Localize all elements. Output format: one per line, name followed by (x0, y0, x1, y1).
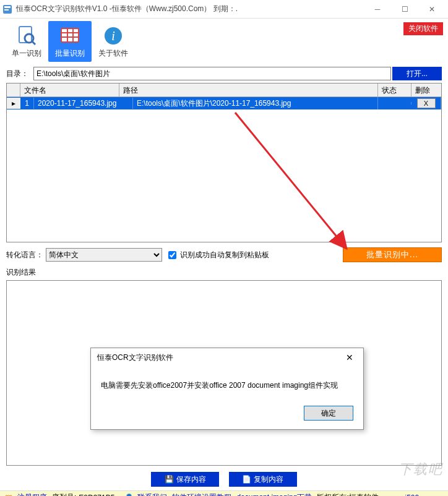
batch-recognize-label: 批量识别 (55, 48, 85, 59)
grid-header-state[interactable]: 状态 (378, 83, 411, 96)
magnifier-doc-icon (15, 25, 38, 47)
save-icon: 💾 (165, 475, 174, 484)
docimaging-download-link[interactable]: document imaging下载 (236, 492, 312, 496)
language-select[interactable]: 简体中文 (46, 248, 162, 262)
row-filename: 2020-11-17_165943.jpg (34, 98, 133, 109)
message-dialog: 恒泰OCR文字识别软件 ✕ 电脑需要先安装office2007并安装office… (90, 348, 364, 430)
grid-header-indicator (7, 83, 20, 96)
auto-copy-checkbox[interactable] (168, 251, 176, 259)
dialog-ok-button[interactable]: 确定 (304, 406, 353, 421)
register-link[interactable]: 注册程序 (17, 492, 47, 496)
svg-text:i: i (111, 29, 115, 43)
svg-rect-1 (4, 6, 11, 8)
directory-label: 目录： (6, 69, 33, 79)
result-label: 识别结果 (6, 267, 442, 278)
maximize-button[interactable]: ☐ (391, 1, 418, 18)
copy-icon: 📄 (242, 475, 251, 484)
status-bar: 🛡 注册程序 序列号: E2D371B5... 👤 联系我们 软件环境设置教程 … (0, 490, 448, 496)
bottom-buttons: 💾保存内容 📄复制内容 (0, 468, 448, 490)
batch-recognize-button[interactable]: 批量识别 (48, 21, 92, 62)
serial-number: E2D371B5... (79, 494, 121, 497)
save-content-button[interactable]: 💾保存内容 (151, 472, 219, 487)
directory-input[interactable] (33, 67, 391, 80)
grid-doc-icon (59, 25, 81, 47)
single-recognize-label: 单一识别 (12, 48, 41, 59)
about-label: 关于软件 (98, 48, 128, 59)
single-recognize-button[interactable]: 单一识别 (5, 21, 48, 62)
close-software-button[interactable]: 关闭软件 (403, 22, 443, 35)
env-tutorial-link[interactable]: 软件环境设置教程 (172, 492, 231, 496)
file-grid: 文件名 路径 状态 删除 ▸ 1 2020-11-17_165943.jpg E… (6, 83, 442, 242)
app-icon (2, 4, 12, 14)
table-row[interactable]: ▸ 1 2020-11-17_165943.jpg E:\tools\桌面\软件… (7, 97, 441, 109)
contact-link[interactable]: 联系我们 (137, 492, 167, 496)
grid-header: 文件名 路径 状态 删除 (7, 83, 441, 97)
toolbar: 单一识别 批量识别 i 关于软件 关闭软件 (0, 19, 448, 64)
website-link[interactable]: www.zj500.com (384, 494, 435, 497)
dialog-footer: 确定 (91, 400, 363, 429)
svg-line-5 (32, 41, 35, 45)
grid-header-filename[interactable]: 文件名 (20, 83, 119, 96)
language-label: 转化语言： (6, 250, 46, 260)
dialog-title: 恒泰OCR文字识别软件 (97, 353, 173, 363)
serial-label: 序列号: (52, 492, 76, 496)
window-title: 恒泰OCR文字识别软件V1.0 -恒泰软件（Www.zj500.Com） 到期：… (16, 4, 364, 14)
minimize-button[interactable]: ─ (364, 1, 391, 18)
grid-header-delete[interactable]: 删除 (411, 83, 441, 96)
row-number: 1 (20, 98, 34, 109)
info-icon: i (102, 25, 124, 47)
dialog-close-button[interactable]: ✕ (342, 353, 357, 362)
auto-copy-label: 识别成功自动复制到粘贴板 (180, 250, 269, 260)
owner-label: 版权所有:恒泰软件 (317, 492, 378, 496)
row-delete-cell: X (411, 97, 441, 109)
open-directory-button[interactable]: 打开... (392, 67, 442, 80)
svg-rect-6 (61, 28, 79, 42)
svg-rect-2 (4, 9, 9, 11)
user-icon: 👤 (124, 494, 134, 497)
grid-header-path[interactable]: 路径 (119, 83, 378, 96)
shield-icon: 🛡 (5, 494, 12, 497)
titlebar: 恒泰OCR文字识别软件V1.0 -恒泰软件（Www.zj500.Com） 到期：… (0, 0, 448, 19)
row-delete-button[interactable]: X (417, 98, 436, 108)
close-button[interactable]: ✕ (418, 1, 446, 18)
directory-row: 目录： 打开... (6, 67, 442, 80)
batch-recognize-run-button[interactable]: 批量识别中... (343, 247, 442, 262)
row-state (378, 102, 411, 105)
about-button[interactable]: i 关于软件 (92, 21, 135, 62)
dialog-titlebar: 恒泰OCR文字识别软件 ✕ (91, 348, 363, 367)
language-row: 转化语言： 简体中文 识别成功自动复制到粘贴板 批量识别中... (6, 247, 442, 262)
dialog-body: 电脑需要先安装office2007并安装office 2007 document… (91, 367, 363, 400)
copy-content-button[interactable]: 📄复制内容 (229, 472, 297, 487)
row-path: E:\tools\桌面\软件图片\2020-11-17_165943.jpg (133, 97, 378, 110)
row-indicator-icon: ▸ (7, 98, 20, 109)
